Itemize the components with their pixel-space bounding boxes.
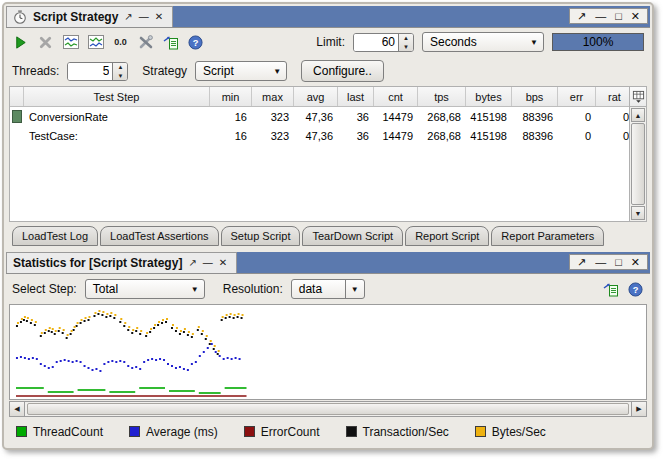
tab-report-script[interactable]: Report Script [405,226,489,246]
progress-bar: 100% [552,33,644,51]
strategy-select[interactable]: Script ▼ [195,61,287,81]
float-panel-icon[interactable]: ↗ [188,258,196,268]
table-cell: 88396 [512,107,558,126]
close-window-button[interactable]: ✕ [631,257,640,268]
spin-down-icon[interactable]: ▼ [399,43,413,52]
tab-loadtest-assertions[interactable]: LoadTest Assertions [100,226,218,246]
column-header-rat[interactable]: rat [596,87,629,106]
scroll-right-button[interactable]: ▶ [631,402,646,416]
spin-up-icon[interactable]: ▲ [399,34,413,43]
select-step-value: Total [93,282,183,296]
table-cell: 323 [252,107,294,126]
scroll-up-button[interactable]: ▲ [631,108,645,122]
table-cell: 16 [210,126,252,145]
table-cell: 268,68 [418,107,466,126]
threads-input[interactable] [68,63,112,80]
column-header-avg[interactable]: avg [294,87,338,106]
close-window-button[interactable]: ✕ [631,11,640,22]
vertical-scrollbar[interactable]: ▲ ▼ [629,87,646,221]
export-button[interactable] [162,34,179,51]
float-window-button[interactable]: ↗ [577,11,586,22]
stopwatch-icon [13,10,27,24]
table-cell: 415198 [466,126,512,145]
table-cell: 415198 [466,107,512,126]
stop-button[interactable] [37,34,54,51]
limit-unit-value: Seconds [430,35,522,49]
table-cell: 16 [210,107,252,126]
float-window-button[interactable]: ↗ [577,257,586,268]
statistics-toolbar-right: ? [602,281,644,298]
legend-errorcount: ErrorCount [244,425,320,439]
scroll-down-button[interactable]: ▼ [631,206,645,220]
graph-button[interactable] [62,34,79,51]
table-cell: 47,36 [294,107,338,126]
column-header-bytes[interactable]: bytes [466,87,512,106]
legend-swatch [129,426,140,437]
scroll-left-button[interactable]: ◀ [10,402,25,416]
table-row-conversionrate[interactable]: ConversionRate1632347,363614479268,68415… [10,107,629,126]
tab-report-parameters[interactable]: Report Parameters [491,226,604,246]
column-header-cnt[interactable]: cnt [374,87,418,106]
table-row-testcase[interactable]: TestCase:1632347,363614479268,6841519888… [10,126,629,145]
select-step-select[interactable]: Total ▼ [85,279,205,299]
loadtest-titlebar: Script Strategy ↗ — ✕ ↗ — □ ✕ [6,6,650,28]
scrollbar-thumb[interactable] [631,123,645,205]
close-panel-icon[interactable]: ✕ [219,258,227,268]
float-panel-icon[interactable]: ↗ [124,12,132,22]
select-step-label: Select Step: [12,282,77,296]
column-header-max[interactable]: max [252,87,294,106]
tab-teardown-script[interactable]: TearDown Script [302,226,403,246]
horizontal-scrollbar[interactable]: ◀ ▶ [9,401,647,417]
loadtest-panel-title: Script Strategy [33,10,118,24]
table-body: ConversionRate1632347,363614479268,68415… [10,107,629,221]
minimize-window-button[interactable]: — [595,11,606,22]
statistics-panel-title: Statistics for [Script Strategy] [13,256,182,270]
limit-spinner: ▲ ▼ [353,33,414,52]
limit-controls: Limit: ▲ ▼ Seconds ▼ 100% [316,32,644,52]
help-button[interactable]: ? [627,281,644,298]
graph-alt-button[interactable] [87,34,104,51]
limit-input[interactable] [354,34,398,51]
limit-unit-select[interactable]: Seconds ▼ [422,32,544,52]
spin-up-icon[interactable]: ▲ [113,63,127,72]
column-header-min[interactable]: min [210,87,252,106]
column-header-test-step[interactable]: Test Step [24,87,210,106]
window-controls: ↗ — □ ✕ [569,8,648,24]
help-button[interactable]: ? [187,34,204,51]
chevron-down-icon: ▼ [345,280,359,298]
column-chooser-button[interactable] [630,87,646,107]
export-button[interactable] [602,281,619,298]
column-header-icon[interactable] [10,87,24,106]
resolution-select[interactable]: data ▼ [291,279,365,299]
options-button[interactable] [137,34,154,51]
table-cell: 14479 [374,107,418,126]
maximize-window-button[interactable]: □ [615,11,622,22]
statistics-title-tab[interactable]: Statistics for [Script Strategy] ↗ — ✕ [6,252,237,273]
table-cell: 47,36 [294,126,338,145]
scrollbar-thumb[interactable] [27,403,629,415]
column-header-bps[interactable]: bps [512,87,558,106]
column-header-tps[interactable]: tps [418,87,466,106]
table-cell: 36 [338,126,374,145]
run-button[interactable] [12,34,29,51]
maximize-window-button[interactable]: □ [615,257,622,268]
loadtest-title-tab[interactable]: Script Strategy ↗ — ✕ [6,6,173,27]
reset-statistics-button[interactable]: 0.0 [112,34,129,51]
help-glyph: ? [193,37,199,47]
spin-down-icon[interactable]: ▼ [113,72,127,81]
tab-setup-script[interactable]: Setup Script [221,226,301,246]
close-panel-icon[interactable]: ✕ [155,12,163,22]
tab-loadtest-log[interactable]: LoadTest Log [12,226,98,246]
column-header-err[interactable]: err [558,87,596,106]
strategy-label: Strategy [142,64,187,78]
limit-spinner-buttons: ▲ ▼ [398,34,413,51]
column-header-last[interactable]: last [338,87,374,106]
minimize-window-button[interactable]: — [595,257,606,268]
stats-chart-svg [10,305,646,399]
table-main: Test Stepminmaxavglastcnttpsbytesbpserrr… [10,87,629,221]
legend-bytes-sec: Bytes/Sec [475,425,546,439]
table-cell: 88396 [512,126,558,145]
configure-button[interactable]: Configure.. [301,60,384,82]
minimize-panel-icon[interactable]: — [139,12,149,22]
minimize-panel-icon[interactable]: — [203,258,213,268]
